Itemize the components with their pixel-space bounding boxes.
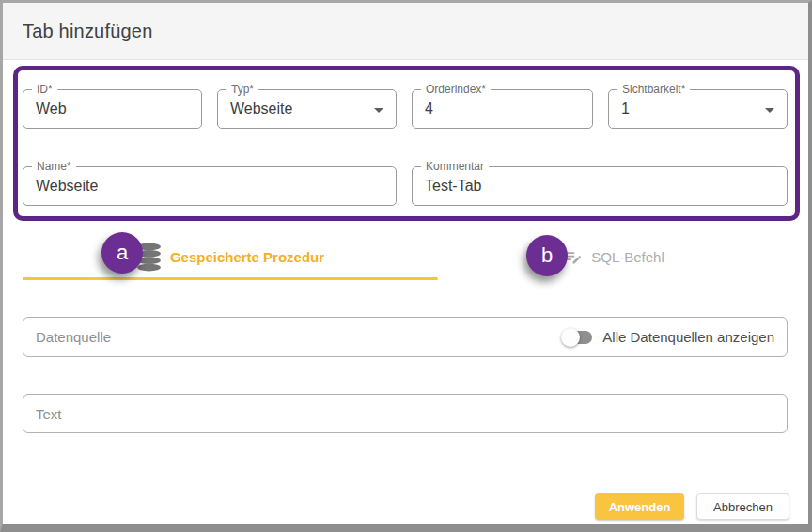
id-field-label: ID* [32,83,57,97]
annotation-badge-b: b [526,235,568,276]
sichtbarkeit-field[interactable]: Sichtbarkeit* [608,89,788,129]
chevron-down-icon[interactable] [374,108,383,113]
chevron-down-icon[interactable] [765,108,774,113]
id-field[interactable]: ID* [23,89,202,129]
tab-gespeicherte-prozedur[interactable]: Gespeicherte Prozedur [23,233,438,280]
dialog-window: Tab hinzufügen ID* Typ* Orderindex* Sich… [0,0,812,532]
active-tab-indicator [23,277,438,280]
tab-label-gespeicherte-prozedur: Gespeicherte Prozedur [170,249,324,265]
typ-field-label: Typ* [226,83,258,97]
text-row [23,394,788,433]
apply-button[interactable]: Anwenden [595,493,684,520]
name-field[interactable]: Name* [23,166,397,206]
tab-sql-befehl[interactable]: SQL-Befehl [438,233,789,280]
sichtbarkeit-field-label: Sichtbarkeit* [617,83,690,97]
datenquelle-input[interactable] [36,318,561,356]
name-input[interactable] [23,167,396,205]
tab-label-sql-befehl: SQL-Befehl [591,249,664,265]
orderindex-field-label: Orderindex* [421,83,491,97]
annotation-badge-a: a [102,232,143,274]
alle-datenquellen-toggle[interactable] [561,328,592,347]
text-input[interactable] [36,395,774,432]
orderindex-field[interactable]: Orderindex* [412,89,593,129]
page-title: Tab hinzufügen [23,21,152,42]
kommentar-field-label: Kommentar [421,160,489,174]
toggle-label: Alle Datenquellen anzeigen [602,329,774,345]
cancel-button[interactable]: Abbrechen [696,493,789,520]
dialog-header: Tab hinzufügen [3,3,808,60]
toggle-thumb [561,328,580,347]
kommentar-field[interactable]: Kommentar [412,166,788,206]
typ-field[interactable]: Typ* [217,89,397,129]
name-field-label: Name* [32,160,76,174]
datenquelle-row: Alle Datenquellen anzeigen [23,317,788,357]
